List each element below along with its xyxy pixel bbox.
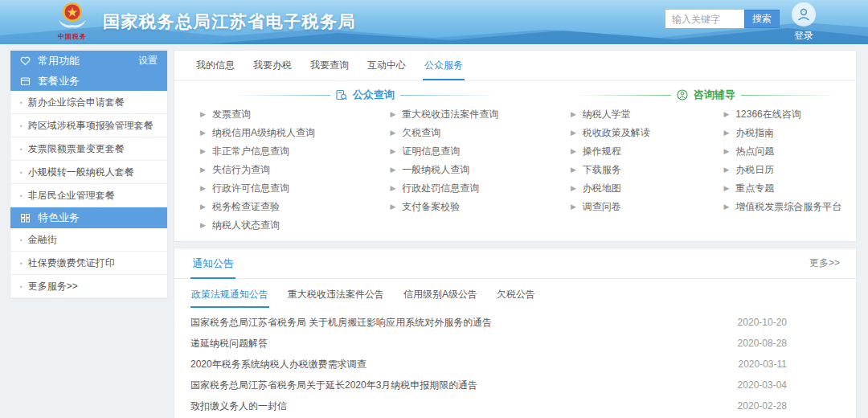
tab-query[interactable]: 我要查询 xyxy=(309,51,350,80)
search-input[interactable] xyxy=(665,10,744,28)
link-invoice-query[interactable]: ▶发票查询 xyxy=(200,105,366,124)
notices-more-link[interactable]: 更多>> xyxy=(809,256,840,270)
arrow-icon: ▶ xyxy=(390,165,395,175)
link-operating-procedures[interactable]: ▶操作规程 xyxy=(571,142,703,161)
link-dishonesty-query[interactable]: ▶失信行为查询 xyxy=(200,161,366,179)
sidebar-item-invoice-limit[interactable]: ▪ 发票限额票量变更套餐 xyxy=(10,137,167,161)
sidebar: 常用功能 设置 套餐业务 ▪ 新办企业综合申请套餐 ▪ 跨区域涉税事项报验管理套… xyxy=(10,50,168,299)
arrow-icon: ▶ xyxy=(200,202,206,212)
notices-header: 通知公告 更多>> xyxy=(174,248,856,279)
query-column-1: ▶发票查询 ▶纳税信用A级纳税人查询 ▶非正常户信息查询 ▶失信行为查询 ▶行政… xyxy=(174,105,366,235)
tab-interaction-center[interactable]: 互动中心 xyxy=(366,51,407,80)
arrow-icon: ▶ xyxy=(390,128,395,138)
arrow-icon: ▶ xyxy=(723,183,729,194)
link-vat-invoice-platform[interactable]: ▶增值税发票综合服务平台 xyxy=(723,198,856,216)
link-key-topics[interactable]: ▶重点专题 xyxy=(723,179,856,198)
consult-section: 咨询辅导 ▶纳税人学堂 ▶税收政策及解读 ▶操作规程 ▶下载服务 ▶办税地图 ▶… xyxy=(556,81,856,235)
search-button[interactable]: 搜索 xyxy=(744,10,780,28)
arrow-icon: ▶ xyxy=(571,146,576,157)
sidebar-item-label: 发票限额票量变更套餐 xyxy=(28,142,125,156)
sidebar-item-more-services[interactable]: ▪ 更多服务>> xyxy=(10,275,167,298)
subtab-policy-notices[interactable]: 政策法规通知公告 xyxy=(190,285,269,308)
arrow-icon: ▶ xyxy=(571,128,576,138)
sidebar-item-financial-street[interactable]: ▪ 金融街 xyxy=(10,228,167,252)
link-survey[interactable]: ▶调查问卷 xyxy=(571,198,703,216)
notice-title-text[interactable]: 国家税务总局江苏省税务局关于延长2020年3月纳税申报期限的通告 xyxy=(190,380,725,391)
sidebar-item-cross-region[interactable]: ▪ 跨区域涉税事项报验管理套餐 xyxy=(10,114,167,137)
consult-column-1: ▶纳税人学堂 ▶税收政策及解读 ▶操作规程 ▶下载服务 ▶办税地图 ▶调查问卷 xyxy=(556,105,703,216)
link-credit-a-query[interactable]: ▶纳税信用A级纳税人查询 xyxy=(200,124,366,142)
notices-title[interactable]: 通知公告 xyxy=(190,248,235,279)
notice-title-text[interactable]: 递延纳税问题解答 xyxy=(190,338,725,349)
package-section-label: 套餐业务 xyxy=(38,74,80,88)
arrow-icon: ▶ xyxy=(723,128,729,138)
notice-title-text[interactable]: 2020年税务系统纳税人办税缴费需求调查 xyxy=(190,359,726,370)
arrow-icon: ▶ xyxy=(723,146,729,157)
query-search-icon xyxy=(336,89,347,100)
link-hot-issues[interactable]: ▶热点问题 xyxy=(723,142,856,161)
link-certificate-info-query[interactable]: ▶证明信息查询 xyxy=(390,142,555,161)
divider-line xyxy=(400,95,495,96)
notice-row[interactable]: 递延纳税问题解答 2020-08-28 xyxy=(190,333,840,354)
notice-title-text[interactable]: 国家税务总局江苏省税务局 关于机房搬迁影响应用系统对外服务的通告 xyxy=(190,318,725,328)
arrow-icon: ▶ xyxy=(723,202,729,212)
arrow-icon: ▶ xyxy=(200,146,206,157)
sidebar-item-small-scale[interactable]: ▪ 小规模转一般纳税人套餐 xyxy=(10,161,167,184)
sidebar-section-package[interactable]: 套餐业务 xyxy=(10,71,167,91)
notice-list: 国家税务总局江苏省税务局 关于机房搬迁影响应用系统对外服务的通告 2020-10… xyxy=(174,308,856,418)
notice-subtabs: 政策法规通知公告 重大税收违法案件公告 信用级别A级公告 欠税公告 xyxy=(174,279,856,308)
sidebar-item-common-functions[interactable]: 常用功能 设置 xyxy=(10,51,167,71)
link-tax-calendar[interactable]: ▶办税日历 xyxy=(723,161,856,179)
link-tax-arrears-query[interactable]: ▶欠税查询 xyxy=(390,124,555,142)
link-taxpayer-status-query[interactable]: ▶纳税人状态查询 xyxy=(200,216,366,235)
arrow-icon: ▶ xyxy=(571,183,576,194)
link-12366-online[interactable]: ▶12366在线咨询 xyxy=(723,105,856,124)
tab-public-service[interactable]: 公众服务 xyxy=(423,51,465,80)
tax-emblem-logo: 中国税务 xyxy=(47,1,98,40)
sidebar-item-label: 社保费缴费凭证打印 xyxy=(28,256,115,270)
sidebar-item-nonresident[interactable]: ▪ 非居民企业管理套餐 xyxy=(10,184,167,207)
notice-row[interactable]: 2020年税务系统纳税人办税缴费需求调查 2020-03-11 xyxy=(190,354,840,375)
services-card: 我的信息 我要办税 我要查询 互动中心 公众服务 xyxy=(174,50,857,242)
link-download-service[interactable]: ▶下载服务 xyxy=(571,161,703,179)
main-column: 我的信息 我要办税 我要查询 互动中心 公众服务 xyxy=(174,50,857,418)
notice-row[interactable]: 致扣缴义务人的一封信 2020-02-28 xyxy=(190,395,840,416)
subtab-credit-a[interactable]: 信用级别A级公告 xyxy=(403,285,478,308)
link-tax-map[interactable]: ▶办税地图 xyxy=(571,179,703,198)
link-tax-policy-interpretation[interactable]: ▶税收政策及解读 xyxy=(571,124,703,142)
login-label[interactable]: 登录 xyxy=(789,29,818,43)
notice-row[interactable]: 国家税务总局江苏省税务局 关于机房搬迁影响应用系统对外服务的通告 2020-10… xyxy=(190,312,840,333)
link-admin-penalty-query[interactable]: ▶行政处罚信息查询 xyxy=(390,179,555,198)
special-section-label: 特色业务 xyxy=(38,211,80,225)
user-avatar-icon[interactable] xyxy=(792,2,816,27)
link-payment-filing-check[interactable]: ▶支付备案校验 xyxy=(390,198,555,216)
link-taxpayer-school[interactable]: ▶纳税人学堂 xyxy=(571,105,703,124)
tab-tax-handling[interactable]: 我要办税 xyxy=(252,51,293,80)
link-inspection-cert-check[interactable]: ▶税务检查证查验 xyxy=(200,198,366,216)
login-area[interactable]: 登录 xyxy=(789,2,818,43)
notice-row[interactable]: 国家税务总局江苏省税务局关于延长2020年3月纳税申报期限的通告 2020-03… xyxy=(190,375,840,395)
service-sections: 公众查询 ▶发票查询 ▶纳税信用A级纳税人查询 ▶非正常户信息查询 ▶失信行为查… xyxy=(174,81,856,241)
sidebar-item-label: 小规模转一般纳税人套餐 xyxy=(28,166,134,179)
link-general-taxpayer-query[interactable]: ▶一般纳税人查询 xyxy=(390,161,555,179)
notice-title-text[interactable]: 致扣缴义务人的一封信 xyxy=(190,401,725,412)
tab-my-info[interactable]: 我的信息 xyxy=(194,51,236,80)
arrow-icon: ▶ xyxy=(390,146,395,157)
arrow-icon: ▶ xyxy=(571,165,576,175)
sidebar-item-social-insurance-print[interactable]: ▪ 社保费缴费凭证打印 xyxy=(10,252,167,275)
settings-link[interactable]: 设置 xyxy=(138,54,158,68)
sidebar-item-label: 金融街 xyxy=(28,233,57,247)
link-tax-guide[interactable]: ▶办税指南 xyxy=(723,124,856,142)
link-major-violation-query[interactable]: ▶重大税收违法案件查询 xyxy=(390,105,555,124)
consult-header: 咨询辅导 xyxy=(556,88,856,102)
divider-line xyxy=(741,95,836,96)
link-abnormal-household-query[interactable]: ▶非正常户信息查询 xyxy=(200,142,366,161)
sidebar-item-new-enterprise[interactable]: ▪ 新办企业综合申请套餐 xyxy=(10,91,167,114)
subtab-tax-arrears[interactable]: 欠税公告 xyxy=(496,285,536,308)
link-admin-license-query[interactable]: ▶行政许可信息查询 xyxy=(200,179,366,198)
subtab-major-violations[interactable]: 重大税收违法案件公告 xyxy=(287,285,385,308)
consult-person-icon xyxy=(677,89,688,100)
divider-line xyxy=(576,95,671,96)
sidebar-section-special[interactable]: 特色业务 xyxy=(10,207,167,228)
bullet-icon: ▪ xyxy=(20,283,23,290)
